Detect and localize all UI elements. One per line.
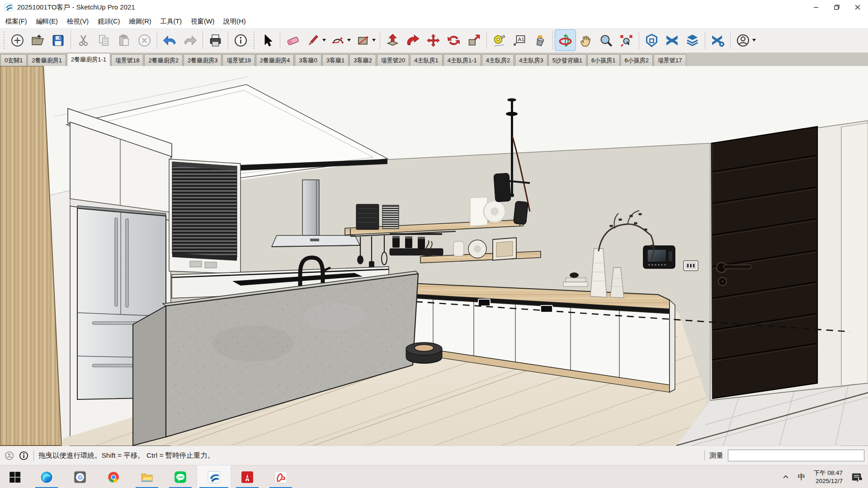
- ime-indicator[interactable]: 中: [797, 472, 805, 482]
- select-tool-button[interactable]: [257, 30, 278, 51]
- tape-measure-tool-button[interactable]: [489, 30, 509, 51]
- paint-bucket-tool-button[interactable]: [530, 30, 550, 51]
- model-viewport[interactable]: [0, 66, 868, 446]
- scene-tab-4[interactable]: 場景號18: [111, 54, 143, 66]
- text-tool-button[interactable]: A1: [509, 30, 530, 51]
- rectangle-tool-dropdown[interactable]: [372, 39, 376, 42]
- scene-tab-19[interactable]: 6小孩房2: [621, 54, 653, 66]
- paste-button[interactable]: [114, 30, 134, 51]
- toolbar-grip[interactable]: [3, 31, 5, 49]
- account-icon: [736, 33, 750, 48]
- entry-door[interactable]: [712, 127, 817, 399]
- open-button[interactable]: [28, 30, 48, 51]
- scene-tab-9[interactable]: 3客廳0: [295, 54, 321, 66]
- scene-tab-5[interactable]: 2餐廳廚房2: [144, 54, 182, 66]
- scale-tool-button[interactable]: [464, 30, 484, 51]
- copy-button[interactable]: [94, 30, 114, 51]
- menu-draw[interactable]: 繪圖(R): [124, 15, 156, 28]
- scene-tab-20[interactable]: 場景號17: [654, 54, 686, 66]
- account-button[interactable]: [733, 30, 753, 51]
- light-switch[interactable]: [684, 261, 698, 271]
- viewport-canvas[interactable]: [0, 66, 868, 446]
- scene-tab-6[interactable]: 2餐廳廚房3: [184, 54, 222, 66]
- menu-camera[interactable]: 鏡頭(C): [93, 15, 124, 28]
- new-button[interactable]: [7, 30, 28, 51]
- rectangle-tool-button[interactable]: [353, 30, 373, 51]
- start-button[interactable]: [0, 465, 30, 488]
- scene-tab-2[interactable]: 2餐廳廚房1: [28, 54, 66, 66]
- scene-tab-13[interactable]: 4主臥房1: [410, 54, 442, 66]
- text-tool-icon: A1: [512, 33, 527, 48]
- taskbar-chrome-button[interactable]: [97, 465, 130, 488]
- window-blind[interactable]: [169, 159, 241, 274]
- line-pencil-icon: [306, 33, 321, 48]
- rotate-tool-button[interactable]: [443, 30, 464, 51]
- zoom-icon: [599, 33, 613, 48]
- menu-tools[interactable]: 工具(T): [156, 15, 186, 28]
- taskbar-line-button[interactable]: LINE: [164, 465, 197, 488]
- statusbar: 拖曳以便進行環繞。Shift = 平移。 Ctrl = 暫時停止重力。 測量: [0, 446, 868, 465]
- robot-vacuum[interactable]: [406, 343, 442, 364]
- save-button[interactable]: [48, 30, 68, 51]
- scene-tab-15[interactable]: 4主臥房2: [482, 54, 514, 66]
- taskbar-google-button[interactable]: G: [63, 465, 97, 488]
- move-tool-button[interactable]: [423, 30, 443, 51]
- restore-button[interactable]: [826, 0, 847, 14]
- print-button[interactable]: [205, 30, 226, 51]
- menu-file[interactable]: 檔案(F): [1, 15, 32, 28]
- pan-tool-button[interactable]: [576, 30, 596, 51]
- scene-tab-7[interactable]: 場景號19: [222, 54, 255, 66]
- 3d-warehouse-button[interactable]: [642, 30, 662, 51]
- line-tool-button[interactable]: [303, 30, 323, 51]
- eraser-tool-button[interactable]: [283, 30, 303, 51]
- tray-expand-chevron[interactable]: [782, 474, 789, 481]
- scene-tab-12[interactable]: 場景號20: [377, 54, 409, 66]
- toolbar-grip-2[interactable]: [253, 31, 255, 49]
- clock[interactable]: 下午 08:47 2025/12/7: [813, 469, 843, 485]
- extension-warehouse-button[interactable]: [662, 30, 682, 51]
- orbit-tool-button[interactable]: [555, 30, 576, 51]
- measurements-input[interactable]: [728, 450, 864, 461]
- line-tool-dropdown[interactable]: [322, 39, 326, 42]
- redo-button[interactable]: [180, 30, 200, 51]
- menu-view[interactable]: 檢視(V): [62, 15, 93, 28]
- paste-icon: [117, 33, 132, 48]
- model-info-button[interactable]: [231, 30, 251, 51]
- scene-tab-17[interactable]: 5沙發背牆1: [548, 54, 586, 66]
- scene-tab-18[interactable]: 6小孩房1: [587, 54, 619, 66]
- extension-manager-button[interactable]: [708, 30, 728, 51]
- scene-tab-11[interactable]: 3客廳2: [349, 54, 376, 66]
- arc-tool-dropdown[interactable]: [347, 39, 351, 42]
- menu-edit[interactable]: 編輯(E): [32, 15, 62, 28]
- delete-button[interactable]: [134, 30, 155, 51]
- taskbar-acrobat-button[interactable]: [264, 465, 297, 488]
- follow-me-tool-button[interactable]: [403, 30, 423, 51]
- tags-layers-icon: [685, 33, 700, 48]
- zoom-tool-button[interactable]: [596, 30, 616, 51]
- taskbar-sketchup-button[interactable]: [197, 465, 231, 488]
- action-center-icon[interactable]: [851, 471, 863, 483]
- push-pull-tool-button[interactable]: [382, 30, 403, 51]
- scene-tab-16[interactable]: 4主臥房3: [515, 54, 547, 66]
- close-button[interactable]: [847, 0, 868, 14]
- cut-button[interactable]: [73, 30, 94, 51]
- menu-window[interactable]: 視窗(W): [186, 15, 219, 28]
- taskbar-edge-button[interactable]: [30, 465, 63, 488]
- taskbar-adobe-button[interactable]: [231, 465, 264, 488]
- scene-tab-10[interactable]: 3客廳1: [322, 54, 349, 66]
- geolocation-status-icon[interactable]: [4, 450, 14, 461]
- taskbar-explorer-button[interactable]: [130, 465, 164, 488]
- scene-tab-14[interactable]: 4主臥房1-1: [443, 54, 481, 66]
- tags-button[interactable]: [682, 30, 703, 51]
- account-dropdown[interactable]: [752, 39, 756, 42]
- arc-tool-button[interactable]: [328, 30, 348, 51]
- scene-tab-8[interactable]: 2餐廳廚房4: [256, 54, 294, 66]
- scene-tab-1[interactable]: 0玄關1: [0, 54, 27, 66]
- scene-tab-3-active[interactable]: 2餐廳廚房1-1: [67, 53, 110, 66]
- intercom-panel[interactable]: [643, 246, 675, 268]
- undo-button[interactable]: [160, 30, 180, 51]
- info-status-icon[interactable]: [19, 450, 29, 461]
- menu-help[interactable]: 說明(H): [219, 15, 250, 28]
- zoom-extents-button[interactable]: [616, 30, 637, 51]
- minimize-button[interactable]: [806, 0, 826, 14]
